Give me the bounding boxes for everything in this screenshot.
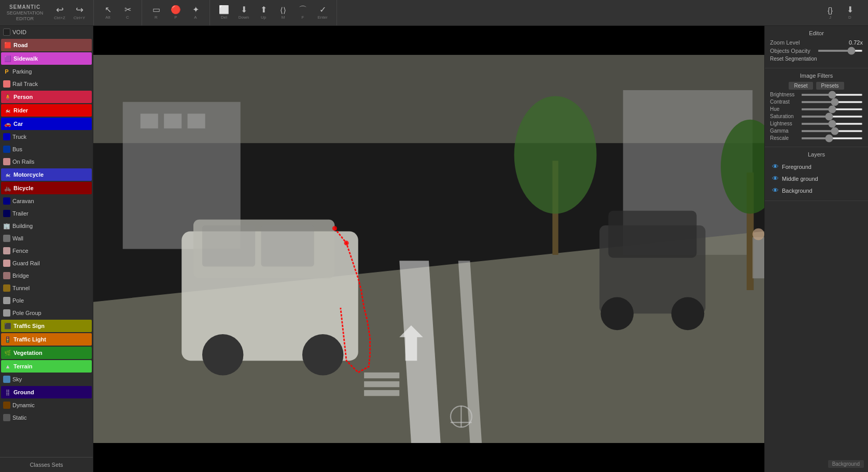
contrast-row: Contrast — [770, 99, 863, 105]
class-item-caravan[interactable]: Caravan — [0, 195, 93, 207]
class-item-fence[interactable]: Fence — [0, 245, 93, 257]
layer-foreground[interactable]: 👁 Foreground — [770, 161, 863, 173]
class-item-wall[interactable]: Wall — [0, 232, 93, 245]
class-item-ground[interactable]: ⣿ Ground — [1, 386, 92, 398]
image-filters-section: Image Filters Reset Presets Brightness C… — [765, 68, 868, 147]
class-item-void[interactable]: VOID — [0, 26, 93, 38]
class-item-tunnel[interactable]: Tunnel — [0, 282, 93, 294]
lightness-slider[interactable] — [801, 123, 863, 125]
zoom-label: Zoom Level — [770, 39, 847, 46]
move-up-tool[interactable]: ⬆ Up — [256, 6, 271, 20]
eye-icon-background: 👁 — [772, 187, 779, 194]
class-item-building[interactable]: 🏢 Building — [0, 220, 93, 232]
class-item-sky[interactable]: Sky — [0, 373, 93, 385]
rescale-slider[interactable] — [801, 137, 863, 139]
undo-button[interactable]: ↩ Ctrl+Z — [52, 5, 67, 20]
class-item-trailer[interactable]: Trailer — [0, 207, 93, 220]
flip-tool[interactable]: ⌒ F — [295, 6, 311, 20]
svg-rect-23 — [608, 211, 696, 258]
class-item-static[interactable]: Static — [0, 411, 93, 424]
brightness-row: Brightness — [770, 92, 863, 97]
class-item-bridge[interactable]: Bridge — [0, 269, 93, 282]
layers-title: Layers — [770, 151, 863, 158]
class-item-traffic-light[interactable]: 🚦 Traffic Light — [1, 333, 92, 346]
reset-segmentation-button[interactable]: Reset Segmentation — [770, 56, 817, 62]
class-item-road[interactable]: 🟥 Road — [1, 39, 92, 51]
confirm-tool[interactable]: ✓ Enter — [315, 6, 330, 20]
class-item-guard-rail[interactable]: Guard Rail — [0, 257, 93, 269]
opacity-slider[interactable] — [818, 50, 863, 52]
background-label: Background — [782, 188, 813, 194]
poly-tool[interactable]: 🔴 P — [168, 6, 184, 20]
svg-point-29 — [514, 96, 597, 213]
class-item-dynamic[interactable]: Dynamic — [0, 399, 93, 411]
layer-middle-ground[interactable]: 👁 Middle ground — [770, 173, 863, 184]
gamma-row: Gamma — [770, 128, 863, 134]
move-down-tool[interactable]: ⬇ Down — [236, 6, 251, 20]
rescale-row: Rescale — [770, 135, 863, 141]
class-item-car[interactable]: 🚗 Car — [1, 118, 92, 130]
filter-presets-button[interactable]: Presets — [816, 82, 844, 90]
svg-rect-14 — [181, 231, 358, 361]
class-item-rider[interactable]: 🏍 Rider — [1, 104, 92, 117]
class-item-pole[interactable]: Pole — [0, 294, 93, 307]
svg-rect-12 — [364, 381, 399, 387]
class-item-terrain[interactable]: ▲ Terrain — [1, 360, 92, 373]
class-item-on-rails[interactable]: On Rails — [0, 155, 93, 168]
class-item-sidewalk[interactable]: 🟪 Sidewalk — [1, 52, 92, 65]
segmentation-canvas[interactable] — [93, 26, 764, 472]
edit-group: ⬜ Del ⬇ Down ⬆ Up ⟨⟩ M ⌒ F ✓ Enter — [210, 0, 337, 25]
class-item-pole-group[interactable]: Pole Group — [0, 307, 93, 319]
filter-buttons: Reset Presets — [770, 82, 863, 90]
reset-row: Reset Segmentation — [770, 56, 863, 62]
select-group: ↖ Alt ✂ C — [94, 0, 142, 25]
image-filters-title: Image Filters — [770, 73, 863, 79]
hue-slider[interactable] — [801, 108, 863, 110]
class-item-parking[interactable]: P Parking — [0, 65, 93, 78]
io-group: {} J ⬇ D — [816, 0, 864, 25]
class-item-vegetation[interactable]: 🌿 Vegetation — [1, 347, 92, 359]
gamma-slider[interactable] — [801, 130, 863, 132]
filter-reset-button[interactable]: Reset — [789, 82, 813, 90]
eye-icon-foreground: 👁 — [772, 163, 779, 170]
saturation-row: Saturation — [770, 113, 863, 119]
middle-ground-label: Middle ground — [782, 176, 818, 182]
merge-tool[interactable]: ⟨⟩ M — [275, 6, 291, 20]
class-item-truck[interactable]: Truck — [0, 131, 93, 143]
classes-sets-button[interactable]: Classes Sets — [0, 457, 93, 472]
brightness-slider[interactable] — [801, 94, 863, 96]
layer-background[interactable]: 👁 Background — [770, 184, 863, 196]
toolbar: SEMANTIC SEGMENTATION EDITOR ↩ Ctrl+Z ↪ … — [0, 0, 868, 26]
class-item-person[interactable]: 🧍 Person — [1, 91, 92, 103]
svg-point-25 — [671, 297, 705, 331]
class-item-motorcycle[interactable]: 🏍 Motorcycle — [1, 168, 92, 181]
magic-tool[interactable]: ✦ A — [188, 6, 203, 20]
saturation-slider[interactable] — [801, 116, 863, 118]
lightness-row: Lightness — [770, 121, 863, 126]
class-item-bus[interactable]: Bus — [0, 143, 93, 155]
app-title: SEMANTIC SEGMENTATION EDITOR — [4, 4, 46, 22]
svg-rect-2 — [123, 102, 241, 249]
svg-rect-4 — [164, 113, 181, 128]
class-item-rail-track[interactable]: Rail Track — [0, 78, 93, 90]
right-panel: Editor Zoom Level 0.72x Objects Opacity … — [764, 26, 868, 472]
cut-tool[interactable]: ✂ C — [120, 6, 135, 20]
svg-marker-10 — [399, 325, 423, 361]
contrast-slider[interactable] — [801, 101, 863, 103]
select-tool[interactable]: ↖ Alt — [100, 6, 116, 20]
rescale-label: Rescale — [770, 135, 801, 141]
eye-icon-middle-ground: 👁 — [772, 175, 779, 182]
svg-rect-3 — [141, 113, 158, 128]
layers-section: Layers 👁 Foreground 👁 Middle ground 👁 Ba… — [765, 147, 868, 201]
class-item-traffic-sign[interactable]: ⬛ Traffic Sign — [1, 320, 92, 332]
rect-tool[interactable]: ▭ R — [148, 6, 164, 20]
gamma-label: Gamma — [770, 128, 801, 134]
saturation-label: Saturation — [770, 113, 801, 119]
redo-button[interactable]: ↪ Ctrl+Y — [72, 5, 87, 20]
delete-tool[interactable]: ⬜ Del — [216, 6, 232, 20]
class-item-bicycle[interactable]: 🚲 Bicycle — [1, 182, 92, 194]
bottom-labels: Background — [765, 456, 868, 472]
download-button[interactable]: ⬇ D — [842, 6, 858, 20]
code-button[interactable]: {} J — [822, 6, 838, 20]
canvas-area[interactable] — [93, 26, 764, 472]
